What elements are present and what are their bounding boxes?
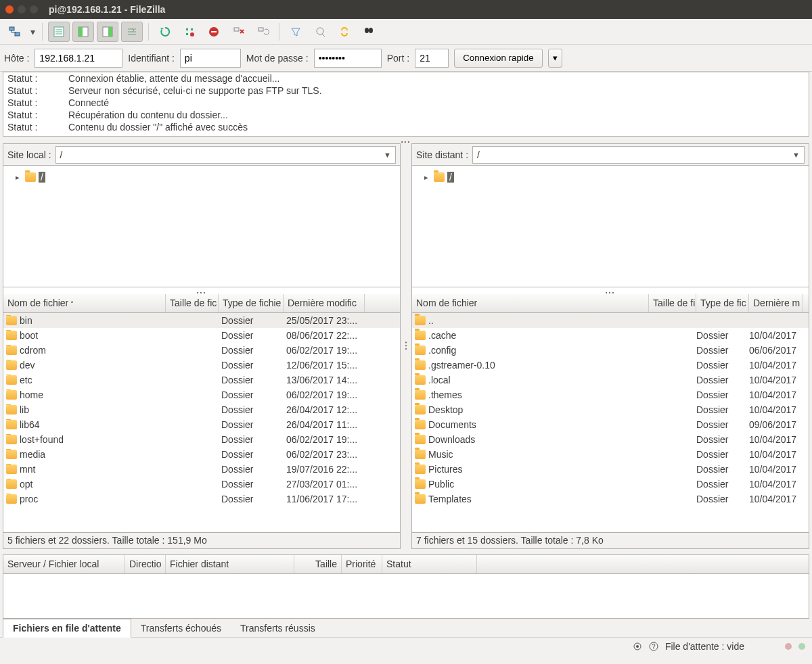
- log-panel[interactable]: Statut :Connexion établie, attente du me…: [3, 72, 809, 137]
- search-button[interactable]: [358, 22, 380, 42]
- local-tree[interactable]: ▸ /: [3, 166, 400, 287]
- splitter-horizontal[interactable]: [0, 137, 812, 143]
- window-close-button[interactable]: [5, 5, 14, 14]
- remote-file-list[interactable]: ...cacheDossier10/04/2017.configDossier0…: [412, 313, 809, 532]
- disconnect-button[interactable]: [227, 22, 249, 42]
- refresh-button[interactable]: [154, 22, 176, 42]
- tab-success[interactable]: Transferts réussis: [231, 619, 325, 637]
- splitter-local[interactable]: [3, 287, 400, 294]
- local-path-combo[interactable]: / ▼: [55, 146, 396, 164]
- file-type: Dossier: [696, 479, 749, 490]
- list-item[interactable]: ..: [412, 313, 809, 328]
- cancel-button[interactable]: [203, 22, 225, 42]
- list-item[interactable]: TemplatesDossier10/04/2017: [412, 492, 809, 506]
- toggle-tree-local-button[interactable]: [72, 22, 94, 42]
- list-item[interactable]: lib64Dossier26/04/2017 11:...: [3, 417, 400, 432]
- local-file-list[interactable]: binDossier25/05/2017 23:...bootDossier08…: [3, 313, 400, 532]
- queue-col-status[interactable]: Statut: [382, 555, 477, 573]
- list-item[interactable]: .localDossier10/04/2017: [412, 373, 809, 387]
- col-size[interactable]: Taille de fi: [649, 294, 696, 312]
- queue-body[interactable]: [3, 574, 809, 618]
- file-type: Dossier: [219, 464, 284, 475]
- filter-button[interactable]: [285, 22, 307, 42]
- list-item[interactable]: MusicDossier10/04/2017: [412, 447, 809, 462]
- list-item[interactable]: devDossier12/06/2017 15:...: [3, 358, 400, 373]
- tree-root-item[interactable]: ▸ /: [415, 170, 806, 185]
- list-item[interactable]: DownloadsDossier10/04/2017: [412, 432, 809, 447]
- queue-col-size[interactable]: Taille: [294, 555, 342, 573]
- col-name[interactable]: Nom de fichier: [3, 294, 166, 312]
- queue-col-remote[interactable]: Fichier distant: [166, 555, 294, 573]
- sync-browse-button[interactable]: [334, 22, 355, 42]
- list-item[interactable]: PublicDossier10/04/2017: [412, 477, 809, 492]
- toggle-tree-remote-button[interactable]: [97, 22, 118, 42]
- remote-tree[interactable]: ▸ /: [412, 166, 809, 287]
- list-item[interactable]: .gstreamer-0.10Dossier10/04/2017: [412, 358, 809, 373]
- file-date: 27/03/2017 01:...: [284, 479, 365, 490]
- site-manager-button[interactable]: [4, 22, 26, 42]
- splitter-vertical[interactable]: •••: [403, 143, 409, 549]
- queue-col-dir[interactable]: Directio: [125, 555, 166, 573]
- file-name: ..: [428, 315, 434, 326]
- col-name[interactable]: Nom de fichier: [412, 294, 649, 312]
- list-item[interactable]: lost+foundDossier06/02/2017 19:...: [3, 432, 400, 447]
- port-input[interactable]: [415, 49, 449, 68]
- list-item[interactable]: procDossier11/06/2017 17:...: [3, 492, 400, 506]
- queue-col-prio[interactable]: Priorité: [342, 555, 382, 573]
- list-item[interactable]: libDossier26/04/2017 12:...: [3, 402, 400, 417]
- toggle-log-button[interactable]: [48, 22, 70, 42]
- remote-list-header[interactable]: Nom de fichier Taille de fi Type de fic …: [412, 294, 809, 313]
- password-input[interactable]: [314, 49, 382, 68]
- folder-icon: [415, 375, 426, 385]
- list-item[interactable]: homeDossier06/02/2017 19:...: [3, 387, 400, 402]
- svg-rect-9: [108, 27, 112, 37]
- list-item[interactable]: .cacheDossier10/04/2017: [412, 328, 809, 343]
- file-type: Dossier: [696, 375, 749, 385]
- list-item[interactable]: DocumentsDossier09/06/2017: [412, 417, 809, 432]
- list-item[interactable]: DesktopDossier10/04/2017: [412, 402, 809, 417]
- host-input[interactable]: [35, 49, 122, 68]
- user-input[interactable]: [180, 49, 241, 68]
- queue-header[interactable]: Serveur / Fichier local Directio Fichier…: [3, 555, 809, 574]
- toggle-queue-button[interactable]: [121, 22, 143, 42]
- tree-root-item[interactable]: ▸ /: [6, 170, 397, 185]
- log-message: Serveur non sécurisé, celui-ci ne suppor…: [68, 85, 322, 97]
- process-queue-button[interactable]: [179, 22, 200, 42]
- reconnect-button[interactable]: [252, 22, 273, 42]
- list-item[interactable]: binDossier25/05/2017 23:...: [3, 313, 400, 328]
- window-maximize-button[interactable]: [30, 5, 38, 14]
- tree-expand-icon[interactable]: ▸: [13, 173, 22, 182]
- list-item[interactable]: mediaDossier06/02/2017 23:...: [3, 447, 400, 462]
- file-type: Dossier: [696, 389, 749, 400]
- help-icon[interactable]: ?: [649, 642, 658, 651]
- window-minimize-button[interactable]: [18, 5, 26, 14]
- tree-expand-icon[interactable]: ▸: [422, 173, 431, 182]
- local-list-header[interactable]: Nom de fichier Taille de fic Type de fic…: [3, 294, 400, 313]
- col-type[interactable]: Type de fic: [696, 294, 749, 312]
- list-item[interactable]: cdromDossier06/02/2017 19:...: [3, 343, 400, 358]
- list-item[interactable]: etcDossier13/06/2017 14:...: [3, 373, 400, 387]
- remote-path-combo[interactable]: / ▼: [472, 146, 805, 164]
- tab-failed[interactable]: Transferts échoués: [131, 619, 231, 637]
- quickconnect-button[interactable]: Connexion rapide: [454, 49, 542, 68]
- list-item[interactable]: .configDossier06/06/2017: [412, 343, 809, 358]
- tab-queued[interactable]: Fichiers en file d'attente: [3, 619, 131, 638]
- list-item[interactable]: mntDossier19/07/2016 22:...: [3, 462, 400, 477]
- file-date: 26/04/2017 12:...: [284, 404, 365, 415]
- site-manager-dropdown[interactable]: ▾: [28, 26, 37, 37]
- splitter-remote[interactable]: [412, 287, 809, 294]
- list-item[interactable]: bootDossier08/06/2017 22:...: [3, 328, 400, 343]
- file-type: Dossier: [219, 404, 284, 415]
- queue-col-server[interactable]: Serveur / Fichier local: [3, 555, 125, 573]
- file-type: Dossier: [696, 360, 749, 371]
- col-date[interactable]: Dernière modific: [284, 294, 365, 312]
- col-type[interactable]: Type de fichie: [219, 294, 284, 312]
- compare-button[interactable]: [309, 22, 331, 42]
- col-size[interactable]: Taille de fic: [166, 294, 219, 312]
- col-date[interactable]: Dernière m: [749, 294, 803, 312]
- gear-icon[interactable]: [633, 642, 642, 651]
- list-item[interactable]: PicturesDossier10/04/2017: [412, 462, 809, 477]
- quickconnect-dropdown[interactable]: ▾: [548, 49, 562, 68]
- list-item[interactable]: optDossier27/03/2017 01:...: [3, 477, 400, 492]
- list-item[interactable]: .themesDossier10/04/2017: [412, 387, 809, 402]
